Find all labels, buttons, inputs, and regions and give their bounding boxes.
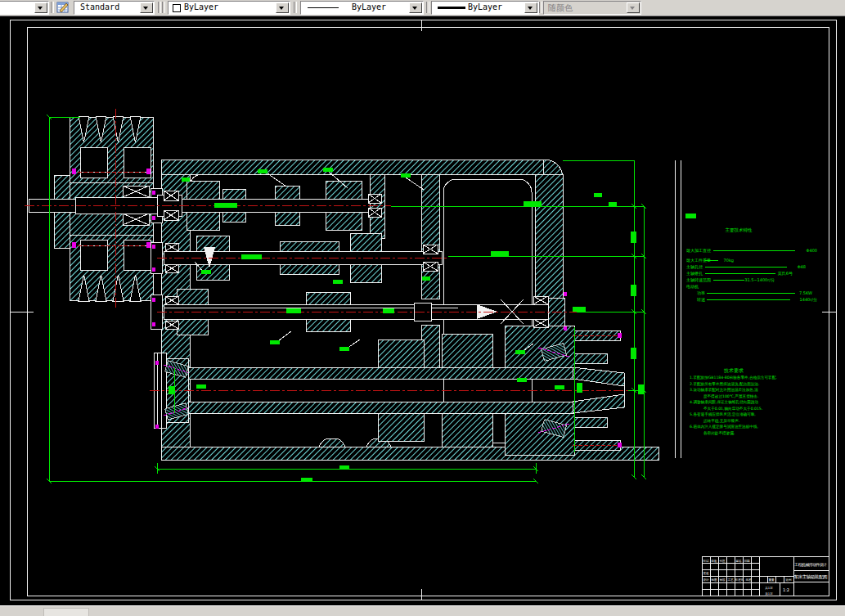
svg-text:70kg: 70kg — [724, 258, 734, 263]
text-style-icon[interactable] — [56, 1, 70, 14]
status-cell — [43, 608, 89, 616]
svg-text:第1张: 第1张 — [765, 592, 773, 596]
svg-text:不大于0.01,轴向窜动不大于0.015.: 不大于0.01,轴向窜动不大于0.015. — [703, 406, 762, 411]
spec-title: 主要技术特性 — [726, 227, 753, 233]
svg-text:度不得超过100℃,严禁直接锤击.: 度不得超过100℃,严禁直接锤击. — [703, 393, 758, 399]
tech-notes-title: 技术要求 — [723, 367, 744, 374]
svg-text:批准: 批准 — [745, 578, 752, 582]
svg-text:Φ48: Φ48 — [798, 264, 806, 269]
linetype-combo[interactable]: ByLayer — [300, 1, 424, 15]
svg-text:31.5~1400r/分: 31.5~1400r/分 — [744, 277, 775, 282]
toolbar-separator — [162, 2, 165, 13]
linetype-value: ByLayer — [352, 2, 386, 11]
layer-combo-stub[interactable] — [0, 1, 49, 15]
svg-text:最大加工直径: 最大加工直径 — [686, 248, 711, 253]
svg-text:功率: 功率 — [697, 290, 705, 295]
toolbar-separator — [539, 2, 542, 13]
svg-text:2.装配前所有零件用煤油清洗,配合面涂油.: 2.装配前所有零件用煤油清洗,配合面涂油. — [690, 381, 759, 387]
svg-text:莫氏6号: 莫氏6号 — [778, 271, 793, 276]
color-value: ByLayer — [184, 2, 218, 11]
svg-text:日期: 日期 — [744, 560, 750, 563]
svg-text:标记: 标记 — [702, 559, 709, 563]
svg-text:比例: 比例 — [785, 578, 792, 582]
toolbar-separator — [158, 2, 161, 13]
toolbar-separator — [426, 2, 429, 13]
svg-text:主轴锥孔: 主轴锥孔 — [686, 271, 703, 277]
title-block-project: 工程机械传动件设计 — [794, 562, 827, 567]
lineweight-value: ByLayer — [468, 2, 502, 11]
color-swatch-icon — [173, 4, 181, 12]
svg-text:更改: 更改 — [703, 571, 709, 575]
svg-text:5.各变速手柄应操纵灵活,定位准确可靠,: 5.各变速手柄应操纵灵活,定位准确可靠, — [690, 411, 756, 417]
svg-text:7.5KW: 7.5KW — [799, 290, 812, 295]
svg-text:Φ400: Φ400 — [807, 248, 817, 253]
thin-line-icon — [308, 7, 339, 8]
svg-text:电动机: 电动机 — [686, 284, 699, 289]
svg-text:6.箱体内注入规定牌号润滑油至油标中线,: 6.箱体内注入规定牌号润滑油至油标中线, — [690, 424, 758, 429]
svg-text:主轴孔径: 主轴孔径 — [686, 264, 703, 270]
svg-text:签名: 签名 — [735, 560, 741, 563]
toolbar-separator — [294, 2, 297, 13]
svg-text:制图: 制图 — [711, 578, 717, 582]
dropdown-arrow-icon[interactable] — [34, 2, 47, 13]
dropdown-arrow-icon[interactable] — [140, 2, 153, 13]
phantom-edge-lines — [675, 160, 681, 458]
svg-text:设计: 设计 — [703, 578, 709, 582]
svg-text:分区: 分区 — [719, 560, 726, 563]
svg-text:重量: 重量 — [768, 578, 775, 582]
dropdown-arrow-icon[interactable] — [524, 2, 537, 13]
toolbar-separator — [51, 2, 54, 13]
drawing-canvas[interactable]: 主要技术特性 最大加工直径 Φ400 最大工件重量 70kg 主轴孔径 Φ48 … — [0, 16, 845, 605]
svg-text:处数: 处数 — [711, 559, 717, 563]
cad-application-window: Standard ByLayer ByLayer ByLayer 随颜色 — [0, 0, 845, 616]
svg-text:1:2: 1:2 — [783, 587, 789, 592]
tech-notes: 技术要求 1.装配前按GB1184-80检验各零件,合格后方可装配. 2.装配前… — [690, 367, 777, 436]
title-block: 工程机械传动件设计 车床主轴箱装配图 标记 处数 分区 签名 日期 更改 设计 … — [702, 556, 829, 596]
thick-line-icon — [438, 7, 465, 9]
svg-text:审核: 审核 — [719, 578, 726, 582]
svg-text:共1张: 共1张 — [765, 587, 773, 590]
svg-text:主轴转速范围: 主轴转速范围 — [686, 277, 711, 283]
text-style-combo[interactable]: Standard — [74, 1, 155, 15]
svg-text:标准化: 标准化 — [735, 578, 744, 582]
svg-text:转速: 转速 — [697, 297, 705, 302]
lineweight-combo[interactable]: ByLayer — [431, 1, 539, 15]
svg-text:1.装配前按GB1184-80检验各零件,合格后方可装配.: 1.装配前按GB1184-80检验各零件,合格后方可装配. — [690, 375, 777, 380]
svg-text:4.调整轴承间隙,保证主轴锥孔径向圆跳动: 4.调整轴承间隙,保证主轴锥孔径向圆跳动 — [690, 399, 758, 405]
dropdown-arrow-icon — [627, 2, 640, 13]
text-style-value: Standard — [80, 2, 119, 11]
spec-table: 主要技术特性 最大加工直径 Φ400 最大工件重量 70kg 主轴孔径 Φ48 … — [686, 227, 817, 302]
plot-style-combo: 随颜色 — [543, 1, 641, 15]
title-block-drawing-title: 车床主轴箱装配图 — [794, 574, 828, 580]
color-combo[interactable]: ByLayer — [168, 1, 290, 15]
status-bar — [0, 605, 845, 616]
svg-text:3.滚动轴承装配时允许用油温差法加热,温: 3.滚动轴承装配时允许用油温差法加热,温 — [690, 388, 758, 393]
svg-text:1440r/分: 1440r/分 — [800, 297, 817, 302]
dropdown-arrow-icon[interactable] — [276, 2, 289, 13]
svg-text:工艺: 工艺 — [727, 578, 734, 582]
plot-style-value: 随颜色 — [548, 2, 573, 14]
svg-text:各密封处不得渗漏.: 各密封处不得渗漏. — [703, 430, 735, 436]
dropdown-arrow-icon[interactable] — [409, 2, 422, 13]
svg-text:运转平稳,无异常噪声.: 运转平稳,无异常噪声. — [703, 418, 739, 424]
properties-toolbar: Standard ByLayer ByLayer ByLayer 随颜色 — [0, 0, 845, 16]
